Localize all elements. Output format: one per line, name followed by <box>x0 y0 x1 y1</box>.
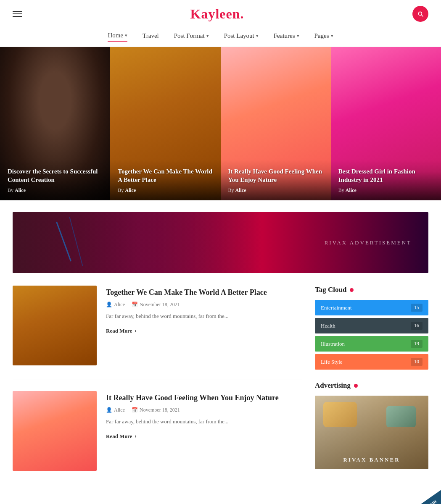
hero-card-1[interactable]: Together We Can Make The World A Better … <box>110 47 220 200</box>
tag-cloud-title: Tag Cloud <box>315 286 428 294</box>
article-meta-1: 👤 Alice 📅 November 18, 2021 <box>106 407 302 413</box>
hero-card-2[interactable]: It Really Have Good Feeling When You Enj… <box>221 47 331 200</box>
hero-overlay-3: Best Dressed Girl in Fashion Industry in… <box>331 160 441 201</box>
article-card-0[interactable]: Together We Can Make The World A Better … <box>13 286 302 365</box>
nav-arrow-pages: ▾ <box>331 33 333 39</box>
nav-item-post-format[interactable]: Post Format ▾ <box>174 32 209 41</box>
nav-arrow-post-format: ▾ <box>206 33 209 39</box>
advertising-title: Advertising <box>315 381 428 390</box>
articles-list: Together We Can Make The World A Better … <box>13 286 302 483</box>
logo-text: Kayleen <box>190 6 240 21</box>
article-excerpt-0: Far far away, behind the word mountains,… <box>106 312 302 321</box>
hero-author-3: By Alice <box>338 187 433 194</box>
article-divider <box>13 380 302 380</box>
article-info-0: Together We Can Make The World A Better … <box>106 286 302 365</box>
article-thumb-1 <box>13 391 97 471</box>
hero-card-3[interactable]: Best Dressed Girl in Fashion Industry in… <box>331 47 441 200</box>
advertising-dot <box>354 384 358 388</box>
site-logo[interactable]: Kayleen. <box>190 6 244 22</box>
hero-title-3: Best Dressed Girl in Fashion Industry in… <box>338 167 433 184</box>
nav-item-post-layout[interactable]: Post Layout ▾ <box>224 32 259 41</box>
article-date-0: 📅 November 18, 2021 <box>132 302 180 308</box>
tag-cloud-dot <box>350 288 354 292</box>
search-icon <box>417 10 424 17</box>
ad-banner: RIVAX ADVERTISEMENT <box>13 212 428 273</box>
sidebar-ad-label: RIVAX BANNER <box>343 457 400 463</box>
nav-item-pages[interactable]: Pages ▾ <box>314 32 333 41</box>
logo-dot: . <box>240 6 244 21</box>
hero-title-2: It Really Have Good Feeling When You Enj… <box>228 167 323 184</box>
hamburger-menu[interactable] <box>13 11 22 17</box>
tag-item-3[interactable]: Life Style 10 <box>315 354 428 370</box>
article-card-1[interactable]: It Really Have Good Feeling When You Enj… <box>13 391 302 471</box>
read-more-0[interactable]: Read More › <box>106 328 137 334</box>
nav-arrow-features: ▾ <box>297 33 299 39</box>
article-author-0: 👤 Alice <box>106 302 125 308</box>
read-more-arrow-1: › <box>135 433 137 440</box>
article-author-1: 👤 Alice <box>106 407 125 413</box>
hero-grid: Discover the Secrets to Successful Conte… <box>0 47 441 200</box>
nav-arrow-post-layout: ▾ <box>256 33 259 39</box>
hero-author-0: By Alice <box>8 187 103 194</box>
article-meta-0: 👤 Alice 📅 November 18, 2021 <box>106 302 302 308</box>
nav-item-travel[interactable]: Travel <box>143 32 159 41</box>
navigation: Home ▾ Travel Post Format ▾ Post Layout … <box>0 28 441 47</box>
read-more-1[interactable]: Read More › <box>106 433 137 440</box>
nav-item-features[interactable]: Features ▾ <box>274 32 299 41</box>
sidebar: Tag Cloud Entertainment 15 Health 16 Ill… <box>315 286 428 483</box>
search-button[interactable] <box>412 6 428 22</box>
article-thumb-0 <box>13 286 97 365</box>
header: Kayleen. <box>0 0 441 28</box>
article-title-1: It Really Have Good Feeling When You Enj… <box>106 393 302 403</box>
hero-title-0: Discover the Secrets to Successful Conte… <box>8 167 103 184</box>
hero-card-0[interactable]: Discover the Secrets to Successful Conte… <box>0 47 110 200</box>
main-content: Together We Can Make The World A Better … <box>0 273 441 483</box>
article-info-1: It Really Have Good Feeling When You Enj… <box>106 391 302 471</box>
hero-overlay-0: Discover the Secrets to Successful Conte… <box>0 160 110 201</box>
hero-overlay-1: Together We Can Make The World A Better … <box>110 160 220 201</box>
hero-title-1: Together We Can Make The World A Better … <box>118 167 213 184</box>
tag-list: Entertainment 15 Health 16 Illustration … <box>315 300 428 370</box>
sidebar-ad-banner[interactable]: RIVAX BANNER <box>315 396 428 469</box>
article-date-1: 📅 November 18, 2021 <box>132 407 180 413</box>
tag-item-1[interactable]: Health 16 <box>315 318 428 333</box>
read-more-arrow-0: › <box>135 328 137 334</box>
advertising-section: Advertising RIVAX BANNER <box>315 381 428 469</box>
nav-arrow-home: ▾ <box>125 33 127 38</box>
tag-cloud-section: Tag Cloud Entertainment 15 Health 16 Ill… <box>315 286 428 370</box>
hero-author-1: By Alice <box>118 187 213 194</box>
hero-author-2: By Alice <box>228 187 323 194</box>
nav-item-home[interactable]: Home ▾ <box>108 32 127 42</box>
article-excerpt-1: Far far away, behind the word mountains,… <box>106 417 302 426</box>
article-title-0: Together We Can Make The World A Better … <box>106 287 302 297</box>
tag-item-0[interactable]: Entertainment 15 <box>315 300 428 315</box>
tag-item-2[interactable]: Illustration 19 <box>315 336 428 352</box>
hero-overlay-2: It Really Have Good Feeling When You Enj… <box>221 160 331 201</box>
